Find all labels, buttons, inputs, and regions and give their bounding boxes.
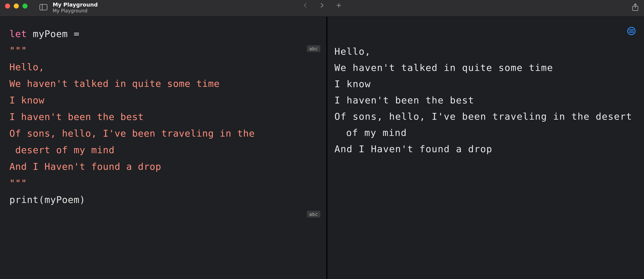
chevron-right-icon xyxy=(319,2,325,9)
new-tab-button[interactable] xyxy=(336,2,342,9)
poem-line-wrap: Of sons, hello, I've been traveling in t… xyxy=(10,128,255,139)
toggle-sidebar-button[interactable] xyxy=(39,4,48,11)
poem-line: I haven't been the best xyxy=(10,111,144,122)
plus-icon xyxy=(336,2,342,9)
nav-forward-button[interactable] xyxy=(319,2,325,9)
zoom-window-button[interactable] xyxy=(22,3,28,8)
output-line: And I Haven't found a drop xyxy=(334,141,637,157)
poem-line: And I Haven't found a drop xyxy=(10,161,161,172)
svg-rect-0 xyxy=(40,4,47,10)
window-subtitle: My Playground xyxy=(53,8,98,13)
output-line-wrap-cont: of my mind xyxy=(334,124,637,141)
result-badge[interactable]: abc xyxy=(307,211,320,218)
title-stack: My Playground My Playground xyxy=(53,2,98,13)
sidebar-icon xyxy=(40,4,48,11)
toolbar-right xyxy=(632,3,639,12)
triple-quote-open: """ xyxy=(10,45,27,56)
poem-line: I know xyxy=(10,95,44,106)
keyword-let: let xyxy=(10,28,27,39)
share-button[interactable] xyxy=(632,3,639,12)
output-line-wrap: Of sons, hello, I've been traveling in t… xyxy=(334,108,637,124)
results-pane: Hello,We haven't talked in quite some ti… xyxy=(327,17,644,279)
close-window-button[interactable] xyxy=(5,3,10,8)
output-line: We haven't talked in quite some time xyxy=(334,59,637,76)
workspace: let myPoem = """ Hello, We haven't talke… xyxy=(0,17,644,279)
traffic-lights xyxy=(5,3,28,8)
minimize-window-button[interactable] xyxy=(14,3,19,8)
window-toolbar: My Playground My Playground xyxy=(0,0,644,17)
poem-line: Hello, xyxy=(10,61,44,72)
poem-line: We haven't talked in quite some time xyxy=(10,78,220,89)
poem-line-wrap-cont: desert of my mind xyxy=(10,144,114,155)
output-line: Hello, xyxy=(334,43,637,59)
output-line: I know xyxy=(334,76,637,92)
nav-back-button[interactable] xyxy=(302,2,308,9)
decl-rest: myPoem = xyxy=(27,28,80,39)
print-statement: print(myPoem) xyxy=(10,194,85,205)
output-content: Hello,We haven't talked in quite some ti… xyxy=(334,25,637,157)
share-icon xyxy=(632,9,639,12)
inspector-toggle-button[interactable] xyxy=(627,27,636,35)
code-editor[interactable]: let myPoem = """ Hello, We haven't talke… xyxy=(0,17,327,279)
inspector-icon xyxy=(627,33,636,36)
window-title: My Playground xyxy=(53,2,98,8)
result-badge[interactable]: abc xyxy=(307,45,320,52)
chevron-left-icon xyxy=(302,2,308,9)
triple-quote-close: """ xyxy=(10,178,27,189)
code-content: let myPoem = """ Hello, We haven't talke… xyxy=(10,25,320,208)
toolbar-center xyxy=(302,2,342,9)
output-line: I haven't been the best xyxy=(334,92,637,108)
